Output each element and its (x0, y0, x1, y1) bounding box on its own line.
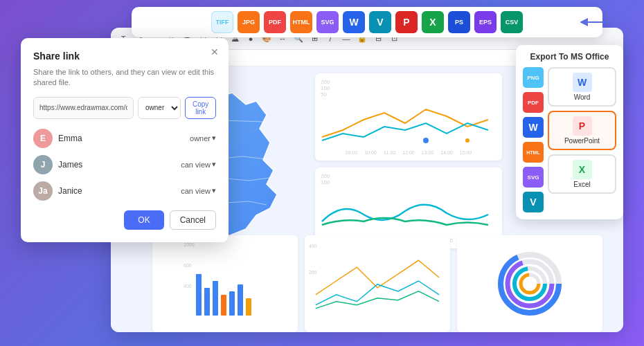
chart1-yaxis: 20010050 (321, 79, 497, 98)
svg-rect-10 (221, 295, 226, 316)
chart2-yaxis: 200100 (321, 173, 497, 185)
svg-text:1000: 1000 (184, 242, 195, 247)
export-eps-icon[interactable]: EPS (474, 11, 497, 33)
svg-rect-13 (246, 298, 251, 316)
svg-rect-11 (229, 291, 235, 316)
ms-powerpoint-item[interactable]: P PowerPoint (548, 111, 616, 150)
ms-svg-icon[interactable]: SVG (523, 167, 544, 188)
close-button[interactable]: ✕ (211, 46, 219, 57)
link-input[interactable] (33, 97, 134, 119)
dialog-description: Share the link to others, and they can v… (33, 67, 216, 89)
avatar-emma: E (33, 129, 53, 148)
chart1-xaxis: 09:0010:0011:0012:0013:0014:0015:00 (321, 150, 497, 155)
bottom-charts: 1000 600 400 400 200 (152, 235, 602, 332)
powerpoint-label: PowerPoint (564, 137, 600, 145)
link-row: owner Copy link (33, 97, 216, 119)
user-name-janice: Janice (58, 186, 175, 196)
word-app-icon: W (573, 73, 592, 92)
owner-select[interactable]: owner (138, 97, 181, 119)
copy-link-button[interactable]: Copy link (185, 97, 216, 119)
charts-area: 20010050 09:0010:0011:0012:0013:0014:001… (315, 73, 502, 255)
ms-office-title: Export To MS Office (523, 52, 616, 62)
radial-svg (495, 249, 564, 318)
ms-word-item[interactable]: W Word (548, 67, 616, 107)
svg-point-2 (423, 138, 429, 143)
multi-line-svg: 400 200 (309, 239, 446, 322)
line-chart-1: 20010050 09:0010:0011:0012:0013:0014:001… (315, 73, 502, 161)
ms-office-panel: Export To MS Office PNG PDF W HTML SVG V… (516, 45, 623, 219)
user-name-emma: Emma (58, 134, 184, 143)
ms-office-items: PNG PDF W HTML SVG V W Word P PowerPoint… (523, 67, 616, 212)
export-excel-icon[interactable]: X (422, 11, 444, 33)
user-row-janice: Ja Janice can view ▾ (33, 181, 216, 201)
cancel-button[interactable]: Cancel (170, 210, 216, 230)
user-row-james: J James can view ▾ (33, 155, 216, 174)
ms-right-items: W Word P PowerPoint X Excel (548, 67, 616, 212)
user-role-janice[interactable]: can view ▾ (181, 186, 216, 195)
ppt-app-icon: P (573, 116, 592, 136)
export-svg-icon[interactable]: SVG (316, 11, 339, 33)
export-tiff-icon[interactable]: TIFF (211, 11, 233, 33)
user-row-emma: E Emma owner ▾ (33, 129, 216, 148)
svg-text:400: 400 (184, 284, 192, 289)
svg-text:600: 600 (184, 263, 192, 268)
chart2-svg (321, 187, 497, 235)
svg-rect-9 (213, 281, 218, 316)
svg-rect-8 (204, 288, 210, 316)
arrow-indicator (580, 15, 615, 33)
ms-word-side-icon[interactable]: W (523, 117, 544, 138)
chart1-svg (321, 99, 497, 147)
excel-label: Excel (573, 181, 590, 188)
export-jpg-icon[interactable]: JPG (238, 11, 260, 33)
ok-button[interactable]: OK (124, 210, 163, 230)
export-word-icon[interactable]: W (343, 11, 365, 33)
ms-pdf-icon[interactable]: PDF (523, 92, 544, 113)
ms-png-icon[interactable]: PNG (523, 67, 544, 88)
user-role-james[interactable]: can view ▾ (181, 160, 216, 169)
share-dialog: Share link ✕ Share the link to others, a… (21, 38, 229, 242)
user-role-emma[interactable]: owner ▾ (190, 134, 216, 143)
export-pdf-icon[interactable]: PDF (264, 11, 286, 33)
bar-chart-svg: 1000 600 400 (156, 239, 294, 322)
word-label: Word (574, 93, 591, 101)
svg-text:200: 200 (309, 270, 317, 275)
dialog-actions: OK Cancel (33, 210, 216, 230)
export-html-icon[interactable]: HTML (290, 11, 312, 33)
ms-left-icons: PNG PDF W HTML SVG V (523, 67, 544, 212)
ms-excel-item[interactable]: X Excel (548, 154, 616, 194)
export-ppt-icon[interactable]: P (395, 11, 418, 33)
ms-visio-icon[interactable]: V (523, 192, 544, 212)
radial-chart (457, 235, 602, 332)
export-csv-icon[interactable]: CSV (501, 11, 523, 33)
export-toolbar: TIFF JPG PDF HTML SVG W V P X PS EPS CSV (132, 7, 602, 37)
bar-chart: 1000 600 400 (152, 235, 298, 332)
export-ps-icon[interactable]: PS (448, 11, 470, 33)
user-name-james: James (58, 160, 175, 170)
avatar-james: J (33, 155, 53, 174)
svg-rect-12 (238, 284, 243, 316)
export-visio-icon[interactable]: V (369, 11, 391, 33)
avatar-janice: Ja (33, 181, 53, 201)
svg-text:400: 400 (309, 244, 317, 248)
excel-app-icon: X (573, 160, 592, 179)
svg-point-3 (465, 138, 469, 143)
ms-html-icon[interactable]: HTML (523, 142, 544, 163)
multi-line-chart: 400 200 (305, 235, 450, 332)
svg-rect-7 (196, 274, 202, 316)
dialog-title: Share link (33, 51, 216, 62)
